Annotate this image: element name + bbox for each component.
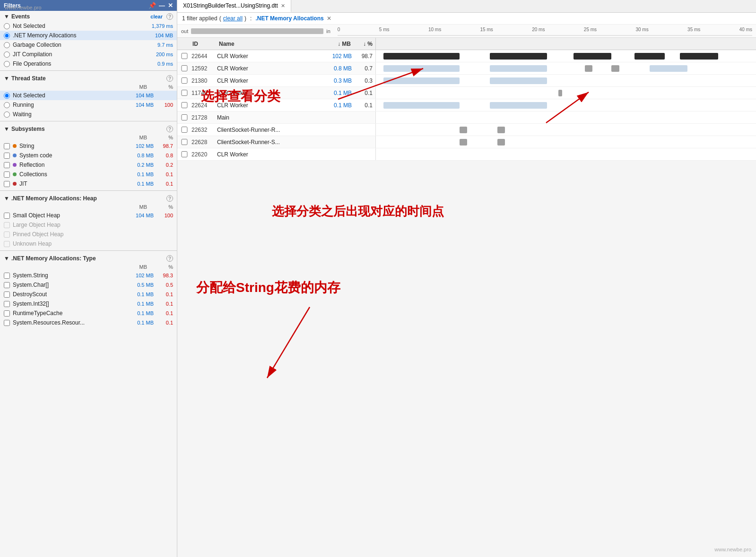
row-id-6: 22632 xyxy=(191,127,214,133)
table-row[interactable]: 22628ClientSocket-Runner-S... xyxy=(177,136,756,148)
heap-col-headers: MB % xyxy=(0,203,177,211)
row-timeline-8 xyxy=(376,148,756,160)
ts-running-radio[interactable] xyxy=(4,102,10,108)
heap-small-pct: 100 xyxy=(156,213,173,218)
events-section-header[interactable]: ▼ Events clear ? xyxy=(0,11,177,21)
type-section-header[interactable]: ▼ .NET Memory Allocations: Type ? xyxy=(0,253,177,263)
table-row[interactable]: 22620CLR Worker xyxy=(177,148,756,161)
table-header: ID Name ↓ MB ↓ % xyxy=(177,38,756,50)
type-sysres: System.Resources.Resour... 0.1 MB 0.1 xyxy=(0,318,177,327)
events-clear-link[interactable]: clear xyxy=(150,14,163,19)
event-file-ops-radio[interactable] xyxy=(4,61,10,67)
ts-waiting-radio[interactable] xyxy=(4,111,10,118)
tab-close-icon[interactable]: ✕ xyxy=(281,3,285,9)
event-not-selected-radio[interactable] xyxy=(4,23,10,29)
type-destroyscout-label: DestroyScout xyxy=(13,291,125,298)
subsystems-help-icon[interactable]: ? xyxy=(166,126,173,132)
row-name-6: ClientSocket-Runner-R... xyxy=(217,127,313,133)
filter-remove-icon[interactable]: ✕ xyxy=(327,15,331,22)
sub-reflection-pct: 0.2 xyxy=(156,162,173,168)
type-char-check[interactable] xyxy=(4,282,10,288)
timeline-scrollbar[interactable] xyxy=(191,28,323,34)
sub-collections-check[interactable] xyxy=(4,171,10,178)
event-not-selected-val: 1,379 ms xyxy=(145,23,173,29)
heap-help-icon[interactable]: ? xyxy=(166,195,173,202)
timeline-bar xyxy=(611,65,619,72)
sub-jit-mb: 0.1 MB xyxy=(128,181,154,187)
sub-reflection-check[interactable] xyxy=(4,162,10,168)
table-row[interactable]: 12592CLR Worker0.8 MB0.7 xyxy=(177,62,756,75)
row-check-7[interactable] xyxy=(180,139,189,145)
table-row[interactable]: 21728Main xyxy=(177,111,756,124)
ts-col-mb: MB xyxy=(121,84,147,90)
row-id-3: 11748 xyxy=(191,90,214,96)
sub-jit-check[interactable] xyxy=(4,181,10,187)
row-check-6[interactable] xyxy=(180,127,189,133)
type-rttc-check[interactable] xyxy=(4,310,10,317)
thread-state-col-headers: MB % xyxy=(0,83,177,91)
ts-not-selected-mb: 104 MB xyxy=(128,93,154,98)
row-check-4[interactable] xyxy=(180,102,189,108)
event-net-memory-radio[interactable] xyxy=(4,33,10,39)
row-check-5[interactable] xyxy=(180,114,189,120)
type-sysres-check[interactable] xyxy=(4,320,10,326)
heap-small-check[interactable] xyxy=(4,213,10,219)
type-destroyscout-check[interactable] xyxy=(4,291,10,298)
row-check-0[interactable] xyxy=(180,53,189,59)
heap-pinned-check[interactable] xyxy=(4,231,10,238)
ruler: 05 ms10 ms15 ms20 ms25 ms30 ms35 ms40 ms xyxy=(338,26,752,36)
main-tab[interactable]: X01StringBuilderTest...UsingString.dtt ✕ xyxy=(177,0,291,12)
collections-dot-icon xyxy=(13,172,17,176)
table-row[interactable]: 21380CLR Worker0.3 MB0.3 xyxy=(177,75,756,87)
close-icon[interactable]: ✕ xyxy=(168,2,173,9)
type-int32-check[interactable] xyxy=(4,301,10,307)
row-id-5: 21728 xyxy=(191,114,214,121)
filters-controls: 📌 — ✕ xyxy=(148,2,173,9)
heap-large-check[interactable] xyxy=(4,222,10,228)
type-chevron-icon: ▼ xyxy=(4,255,9,262)
minimize-icon[interactable]: — xyxy=(159,2,165,9)
clear-all-link[interactable]: clear all xyxy=(223,15,243,22)
ruler-label: 30 ms xyxy=(635,27,648,32)
table-header-left: ID Name ↓ MB ↓ % xyxy=(177,38,376,50)
events-help-icon[interactable]: ? xyxy=(166,13,173,20)
type-int32-label: System.Int32[] xyxy=(13,300,125,307)
type-col-headers: MB % xyxy=(0,263,177,271)
ts-not-selected-radio[interactable] xyxy=(4,93,10,99)
timeline-bar xyxy=(634,53,665,60)
row-check-8[interactable] xyxy=(180,151,189,157)
thread-state-help-icon[interactable]: ? xyxy=(166,75,173,82)
table-row[interactable]: 22632ClientSocket-Runner-R... xyxy=(177,124,756,136)
sub-reflection: Reflection 0.2 MB 0.2 xyxy=(0,160,177,170)
table-row[interactable]: 11748CLR Worker0.1 MB0.1 xyxy=(177,87,756,99)
ruler-label: 15 ms xyxy=(480,27,493,32)
thread-state-section-header[interactable]: ▼ Thread State ? xyxy=(0,73,177,83)
active-filter-tag: .NET Memory Allocations xyxy=(255,15,323,22)
row-pct-2: 0.3 xyxy=(355,77,373,84)
heap-unknown-check[interactable] xyxy=(4,241,10,247)
row-check-3[interactable] xyxy=(180,90,189,96)
heap-pinned: Pinned Object Heap xyxy=(0,230,177,239)
type-int32: System.Int32[] 0.1 MB 0.1 xyxy=(0,299,177,308)
row-check-1[interactable] xyxy=(180,65,189,71)
sub-syscode-check[interactable] xyxy=(4,153,10,159)
type-char-mb: 0.5 MB xyxy=(128,282,154,288)
table-row[interactable]: 22624CLR Worker0.1 MB0.1 xyxy=(177,99,756,111)
filters-title: Filters xyxy=(4,2,21,9)
table-row[interactable]: 22644CLR Worker102 MB98.7 xyxy=(177,50,756,62)
row-left-3: 11748CLR Worker0.1 MB0.1 xyxy=(177,87,376,99)
timeline-in-label: in xyxy=(326,28,330,34)
event-jit-radio[interactable] xyxy=(4,51,10,58)
row-id-1: 12592 xyxy=(191,65,214,72)
timeline-bar xyxy=(680,53,718,60)
sub-string-check[interactable] xyxy=(4,143,10,149)
pin-icon[interactable]: 📌 xyxy=(148,2,156,9)
heap-section-header[interactable]: ▼ .NET Memory Allocations: Heap ? xyxy=(0,193,177,203)
subsystems-section-header[interactable]: ▼ Subsystems ? xyxy=(0,123,177,134)
type-help-icon[interactable]: ? xyxy=(166,255,173,262)
type-sysstring-check[interactable] xyxy=(4,273,10,279)
row-name-8: CLR Worker xyxy=(217,151,313,158)
row-check-2[interactable] xyxy=(180,77,189,84)
event-gc-radio[interactable] xyxy=(4,42,10,48)
sub-reflection-label: Reflection xyxy=(19,162,125,168)
